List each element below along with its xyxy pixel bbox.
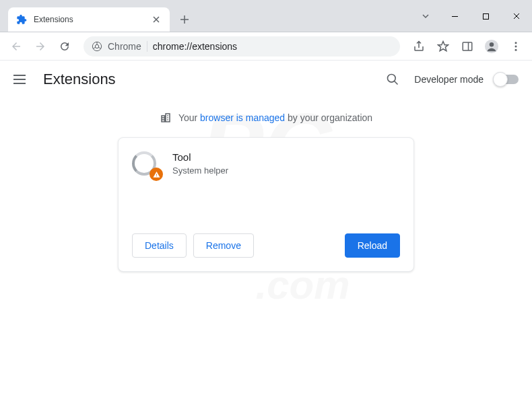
profile-button[interactable] [481,36,502,57]
banner-text: Your browser is managed by your organiza… [178,112,372,123]
extension-actions: Details Remove Reload [132,233,400,258]
back-button[interactable] [5,36,27,57]
svg-point-7 [515,42,517,44]
page-title: Extensions [43,71,116,88]
header-right: Developer mode [382,69,519,90]
toolbar: Chrome chrome://extensions [0,32,532,61]
omnibox-divider [147,41,147,52]
menu-button[interactable] [13,71,30,87]
page-header: Extensions Developer mode [0,61,532,98]
share-button[interactable] [408,36,430,57]
extension-description: System helper [172,165,400,176]
address-bar[interactable]: Chrome chrome://extensions [84,36,400,57]
svg-rect-3 [463,42,472,50]
svg-line-11 [395,81,398,85]
bookmark-button[interactable] [432,36,454,57]
extension-info: Tool System helper [172,151,400,225]
extension-icon [132,151,159,178]
svg-point-10 [388,75,396,83]
tab-search-button[interactable] [412,12,439,20]
omnibox-url: chrome://extensions [153,41,237,52]
svg-rect-0 [483,13,488,19]
developer-mode-label: Developer mode [414,74,484,85]
chrome-icon [92,41,102,52]
details-button[interactable]: Details [132,233,187,258]
reload-extension-button[interactable]: Reload [345,233,400,258]
svg-point-8 [515,45,517,47]
managed-banner: Your browser is managed by your organiza… [13,106,519,137]
svg-point-9 [515,48,517,50]
minimize-button[interactable] [439,0,470,32]
close-tab-button[interactable] [151,14,162,25]
puzzle-icon [16,14,27,25]
svg-point-2 [95,44,98,48]
tab-title: Extensions [34,15,144,24]
omnibox-prefix: Chrome [108,41,141,52]
svg-point-6 [490,42,494,46]
remove-button[interactable]: Remove [193,233,254,258]
error-badge-icon [149,168,163,181]
window-controls [412,0,532,32]
reload-button[interactable] [54,36,75,57]
extension-name: Tool [172,151,400,163]
building-icon [160,112,172,124]
close-window-button[interactable] [501,0,532,32]
extension-card-top: Tool System helper [132,151,400,225]
forward-button[interactable] [30,36,51,57]
browser-tab[interactable]: Extensions [8,7,170,32]
side-panel-button[interactable] [457,36,478,57]
search-button[interactable] [382,69,403,90]
developer-mode-toggle[interactable] [494,75,519,84]
new-tab-button[interactable] [175,10,194,29]
managed-link[interactable]: browser is managed [200,112,285,123]
chrome-menu-button[interactable] [505,36,527,57]
content: Your browser is managed by your organiza… [0,98,532,280]
titlebar: Extensions [0,0,532,32]
extension-card: Tool System helper Details Remove Reload [118,137,414,272]
maximize-button[interactable] [470,0,501,32]
